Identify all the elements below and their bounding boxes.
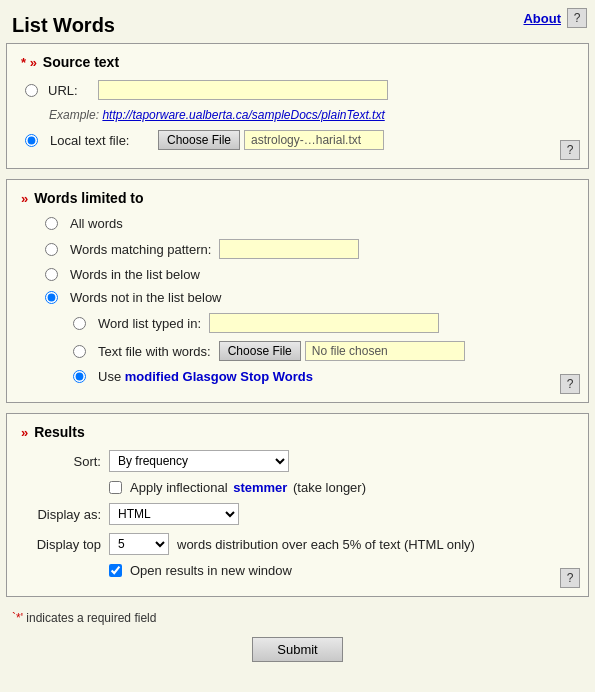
source-section: * » Source text URL: Example: http://tap…: [6, 43, 589, 169]
word-list-typed-input[interactable]: [209, 313, 439, 333]
file-chosen-display: astrology-…harial.txt: [244, 130, 384, 150]
words-bullet: »: [21, 191, 28, 206]
words-section-title: » Words limited to: [21, 190, 574, 206]
choose-file-button[interactable]: Choose File: [158, 130, 240, 150]
not-list-label: Words not in the list below: [70, 290, 222, 305]
list-below-label: Words in the list below: [70, 267, 200, 282]
sort-label: Sort:: [21, 454, 101, 469]
text-file-words-label: Text file with words:: [98, 344, 211, 359]
new-window-row: Open results in new window: [21, 563, 574, 578]
source-section-title: * » Source text: [21, 54, 574, 70]
about-link[interactable]: About: [523, 11, 561, 26]
pattern-radio[interactable]: [45, 243, 58, 256]
display-top-label: Display top: [21, 537, 101, 552]
required-star: `*': [12, 611, 23, 625]
all-words-label: All words: [70, 216, 170, 231]
words-file-input-area: Choose File No file chosen: [219, 341, 465, 361]
stemmer-row: Apply inflectional stemmer (take longer): [21, 480, 574, 495]
required-indicator: * »: [21, 55, 37, 70]
sort-select[interactable]: By frequency Alphabetically By document …: [109, 450, 289, 472]
submit-row: Submit: [0, 631, 595, 672]
url-row: URL:: [21, 80, 574, 100]
results-section-title: » Results: [21, 424, 574, 440]
pattern-input[interactable]: [219, 239, 359, 259]
words-help-button[interactable]: ?: [560, 374, 580, 394]
list-below-row: Words in the list below: [21, 267, 574, 282]
url-input[interactable]: [98, 80, 388, 100]
glasgow-row: Use modified Glasgow Stop Words: [21, 369, 574, 384]
display-as-row: Display as: HTML Concordance Raw: [21, 503, 574, 525]
pattern-label: Words matching pattern:: [70, 242, 211, 257]
word-list-typed-radio[interactable]: [73, 317, 86, 330]
display-top-select[interactable]: 5 10 15 20: [109, 533, 169, 555]
results-section: » Results Sort: By frequency Alphabetica…: [6, 413, 589, 597]
file-input-area: Choose File astrology-…harial.txt: [158, 130, 384, 150]
glasgow-link[interactable]: modified Glasgow Stop Words: [125, 369, 313, 384]
all-words-radio[interactable]: [45, 217, 58, 230]
results-help-button[interactable]: ?: [560, 568, 580, 588]
glasgow-radio[interactable]: [73, 370, 86, 383]
words-no-file-display: No file chosen: [305, 341, 465, 361]
new-window-checkbox[interactable]: [109, 564, 122, 577]
new-window-label: Open results in new window: [130, 563, 292, 578]
display-top-suffix: words distribution over each 5% of text …: [177, 537, 475, 552]
glasgow-label: Use modified Glasgow Stop Words: [98, 369, 313, 384]
required-note: indicates a required field: [26, 611, 156, 625]
example-link[interactable]: http://taporware.ualberta.ca/sampleDocs/…: [102, 108, 384, 122]
all-words-row: All words: [21, 216, 574, 231]
page-title: List Words: [0, 4, 595, 43]
source-help-button[interactable]: ?: [560, 140, 580, 160]
example-row: Example: http://taporware.ualberta.ca/sa…: [21, 108, 574, 122]
local-file-label: Local text file:: [50, 133, 150, 148]
local-file-radio[interactable]: [25, 134, 38, 147]
url-label: URL:: [48, 83, 92, 98]
stemmer-label: Apply inflectional stemmer (take longer): [130, 480, 366, 495]
footer-note: `*' indicates a required field: [0, 607, 595, 631]
pattern-row: Words matching pattern:: [21, 239, 574, 259]
sort-row: Sort: By frequency Alphabetically By doc…: [21, 450, 574, 472]
local-file-row: Local text file: Choose File astrology-……: [21, 130, 574, 150]
word-list-typed-row: Word list typed in:: [21, 313, 574, 333]
text-file-words-radio[interactable]: [73, 345, 86, 358]
top-help-button[interactable]: ?: [567, 8, 587, 28]
words-section: » Words limited to All words Words match…: [6, 179, 589, 403]
display-as-label: Display as:: [21, 507, 101, 522]
display-as-select[interactable]: HTML Concordance Raw: [109, 503, 239, 525]
stemmer-link[interactable]: stemmer: [233, 480, 287, 495]
words-choose-file-button[interactable]: Choose File: [219, 341, 301, 361]
results-bullet: »: [21, 425, 28, 440]
stemmer-checkbox[interactable]: [109, 481, 122, 494]
url-radio[interactable]: [25, 84, 38, 97]
list-below-radio[interactable]: [45, 268, 58, 281]
not-list-row: Words not in the list below: [21, 290, 574, 305]
word-list-typed-label: Word list typed in:: [98, 316, 201, 331]
submit-button[interactable]: Submit: [252, 637, 342, 662]
not-list-radio[interactable]: [45, 291, 58, 304]
text-file-words-row: Text file with words: Choose File No fil…: [21, 341, 574, 361]
display-top-row: Display top 5 10 15 20 words distributio…: [21, 533, 574, 555]
